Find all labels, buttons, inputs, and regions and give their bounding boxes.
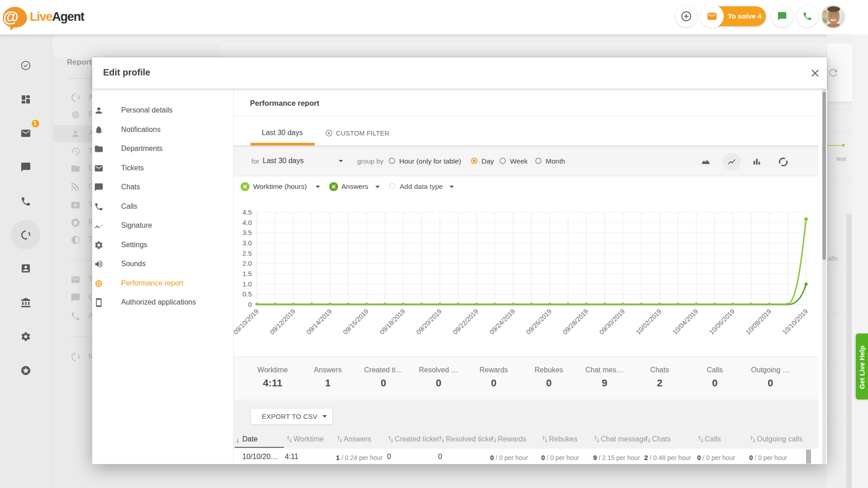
svg-text:2.5: 2.5 <box>242 249 252 257</box>
svg-text:10/04/2019: 10/04/2019 <box>671 308 699 336</box>
svg-text:09/10/2019: 09/10/2019 <box>234 308 260 336</box>
svg-text:09/20/2019: 09/20/2019 <box>415 308 443 336</box>
svg-text:10/10/2019: 10/10/2019 <box>781 308 809 336</box>
svg-text:10/08/2019: 10/08/2019 <box>744 308 773 336</box>
svg-text:3.0: 3.0 <box>242 239 252 247</box>
svg-text:10/06/2019: 10/06/2019 <box>708 308 736 336</box>
svg-text:1.5: 1.5 <box>242 270 252 277</box>
svg-text:4.5: 4.5 <box>242 208 252 216</box>
svg-text:09/28/2019: 09/28/2019 <box>561 308 590 336</box>
svg-text:10/02/2019: 10/02/2019 <box>634 308 663 336</box>
svg-text:09/14/2019: 09/14/2019 <box>305 308 333 336</box>
svg-text:09/26/2019: 09/26/2019 <box>524 308 553 336</box>
svg-text:09/30/2019: 09/30/2019 <box>598 308 626 336</box>
svg-text:2.0: 2.0 <box>242 259 252 267</box>
svg-text:09/18/2019: 09/18/2019 <box>378 308 406 336</box>
svg-text:4.0: 4.0 <box>242 219 252 226</box>
svg-text:09/24/2019: 09/24/2019 <box>488 308 516 336</box>
svg-text:0: 0 <box>248 300 252 308</box>
svg-text:0.5: 0.5 <box>242 290 252 298</box>
svg-text:3.5: 3.5 <box>242 229 252 236</box>
svg-text:09/16/2019: 09/16/2019 <box>341 308 370 336</box>
svg-text:09/22/2019: 09/22/2019 <box>451 308 480 336</box>
svg-text:09/12/2019: 09/12/2019 <box>268 308 297 336</box>
svg-text:1.0: 1.0 <box>242 280 252 288</box>
